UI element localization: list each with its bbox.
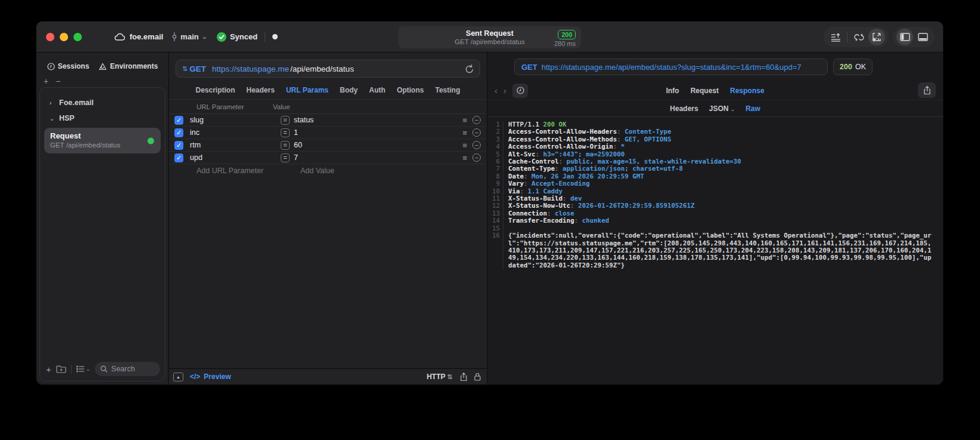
export-response-button[interactable]: [918, 82, 936, 98]
param-value-field[interactable]: 1: [294, 128, 462, 137]
lines-arrow-up-icon: [831, 33, 841, 42]
row-options-icon[interactable]: ≡: [462, 141, 466, 150]
method-selector[interactable]: GET: [189, 64, 206, 73]
history-forward-button[interactable]: ›: [503, 85, 506, 96]
request-editor: ⇅ GET https://statuspage.me /api/embed/s…: [169, 53, 487, 384]
tree-group-hsp[interactable]: ⌄ HSP: [40, 110, 165, 126]
activity-status-badge: 200: [558, 30, 576, 39]
expand-panel-button[interactable]: ▲: [173, 373, 183, 381]
response-subtab-json[interactable]: JSON⌄: [709, 104, 735, 113]
import-steps-button[interactable]: [827, 29, 844, 45]
new-folder-button[interactable]: [56, 365, 66, 373]
param-name-field[interactable]: inc: [190, 128, 281, 137]
add-url-parameter-placeholder[interactable]: Add URL Parameter: [196, 167, 300, 175]
method-updown-icon: ⇅: [182, 65, 188, 73]
request-status-dot: [148, 137, 154, 144]
request-url-bar[interactable]: ⇅ GET https://statuspage.me /api/embed/s…: [176, 60, 480, 78]
sent-request-url[interactable]: GET https://statuspage.me/api/embed/stat…: [514, 59, 828, 75]
sidebar-panel-icon: [900, 33, 910, 41]
response-body[interactable]: 1HTTP/1.1 200 OK2Access-Control-Allow-He…: [487, 117, 943, 384]
param-value-field[interactable]: 7: [294, 153, 462, 162]
environments-icon: [99, 63, 107, 70]
param-value-field[interactable]: 60: [294, 141, 462, 149]
minimize-window-button[interactable]: [60, 33, 68, 41]
sidebar-tab-sessions[interactable]: Sessions: [47, 62, 90, 70]
response-tab-info[interactable]: Info: [666, 87, 679, 95]
editor-tab-description[interactable]: Description: [196, 86, 235, 94]
param-name-field[interactable]: rtm: [190, 141, 281, 149]
send-reload-icon[interactable]: [465, 64, 474, 73]
param-enabled-checkbox[interactable]: ✓: [174, 116, 183, 125]
editor-tab-body[interactable]: Body: [340, 86, 358, 94]
editor-tab-testing[interactable]: Testing: [435, 86, 460, 94]
sync-loop-button[interactable]: [850, 29, 867, 45]
add-session-button[interactable]: +: [44, 76, 48, 86]
toolbar-group-actions: [824, 27, 889, 47]
zoom-window-button[interactable]: [73, 33, 82, 41]
activity-center[interactable]: Sent Request GET /api/embed/status 200 2…: [398, 26, 581, 48]
response-subtabs: HeadersJSON⌄Raw: [487, 100, 943, 117]
titlebar: foe.email main ⌄ Synced: [36, 21, 943, 53]
toggle-bottom-panel-button[interactable]: [914, 29, 931, 45]
param-name-field[interactable]: slug: [190, 116, 281, 124]
param-enabled-checkbox[interactable]: ✓: [174, 141, 183, 150]
param-enabled-checkbox[interactable]: ✓: [174, 128, 183, 137]
editor-tab-auth[interactable]: Auth: [369, 86, 385, 94]
line-number: 14: [487, 217, 503, 224]
line-number: 7: [487, 165, 503, 173]
editor-tab-options[interactable]: Options: [397, 86, 423, 94]
param-row-inc: ✓inc=1≡−: [169, 127, 487, 139]
params-add-row[interactable]: Add URL Parameter Add Value: [169, 164, 487, 177]
add-item-button[interactable]: +: [46, 364, 51, 374]
sidebar: Sessions Environments + −: [36, 53, 169, 384]
sidebar-tab-environments[interactable]: Environments: [99, 62, 158, 70]
chevron-down-icon: ⌄: [50, 115, 54, 122]
request-subtitle: GET /api/embed/status: [50, 141, 155, 149]
param-name-field[interactable]: upd: [190, 153, 281, 162]
row-options-icon[interactable]: ≡: [462, 116, 466, 125]
row-options-icon[interactable]: ≡: [462, 153, 466, 162]
lock-icon[interactable]: [474, 373, 481, 381]
protocol-selector[interactable]: HTTP ⇅: [426, 373, 453, 381]
tree-group-foe-email[interactable]: › Foe.email: [40, 95, 165, 110]
loop-arrows-icon: [853, 33, 865, 42]
line-number: 16: [487, 232, 503, 269]
clock-icon: [517, 87, 524, 94]
close-window-button[interactable]: [46, 33, 54, 41]
response-method: GET: [521, 63, 537, 72]
remove-row-button[interactable]: −: [472, 153, 481, 162]
sort-list-button[interactable]: ⌄: [76, 365, 91, 373]
remove-session-button[interactable]: −: [56, 76, 60, 86]
history-button[interactable]: [512, 84, 528, 98]
project-switcher[interactable]: foe.email: [114, 32, 163, 41]
row-options-icon[interactable]: ≡: [462, 128, 466, 137]
preview-button[interactable]: </> Preview: [190, 373, 231, 381]
param-enabled-checkbox[interactable]: ✓: [174, 153, 183, 162]
response-tab-request[interactable]: Request: [690, 87, 718, 95]
remove-row-button[interactable]: −: [472, 141, 481, 149]
line-number: 9: [487, 180, 503, 187]
response-subtab-headers[interactable]: Headers: [670, 104, 698, 113]
branch-selector[interactable]: main ⌄: [171, 32, 207, 41]
toggle-sidebar-button[interactable]: [896, 29, 913, 45]
response-subtab-raw[interactable]: Raw: [745, 104, 760, 113]
request-editor-footer: ▲ </> Preview HTTP ⇅: [169, 368, 487, 384]
param-value-field[interactable]: status: [294, 116, 462, 124]
remove-row-button[interactable]: −: [472, 116, 481, 124]
remove-row-button[interactable]: −: [472, 128, 481, 137]
toolbar-separator: [847, 32, 847, 42]
equals-icon: =: [281, 153, 290, 162]
editor-tab-url-params[interactable]: URL Params: [286, 86, 328, 94]
chevron-right-icon: ›: [50, 100, 54, 106]
response-url-row: GET https://statuspage.me/api/embed/stat…: [487, 53, 943, 81]
tree-request-selected[interactable]: Request GET /api/embed/status: [44, 128, 161, 153]
import-export-button[interactable]: [868, 29, 885, 45]
response-tab-response[interactable]: Response: [730, 87, 764, 95]
add-value-placeholder[interactable]: Add Value: [300, 167, 334, 175]
sidebar-search-input[interactable]: Search: [95, 362, 160, 376]
share-request-button[interactable]: [460, 373, 468, 381]
search-placeholder: Search: [111, 365, 135, 373]
history-back-button[interactable]: ‹: [494, 85, 497, 96]
editor-tab-headers[interactable]: Headers: [247, 86, 275, 94]
sync-status[interactable]: Synced: [217, 32, 257, 42]
